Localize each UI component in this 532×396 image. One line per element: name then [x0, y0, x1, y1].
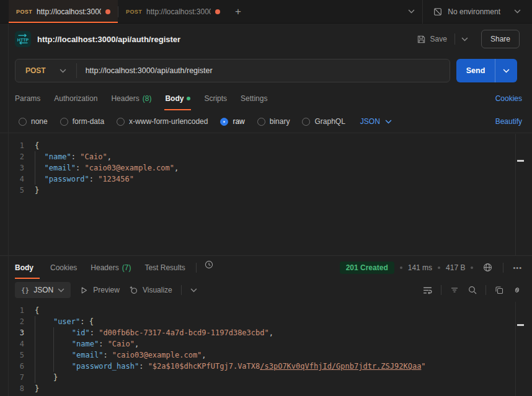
search-icon[interactable] [468, 285, 477, 295]
link-icon[interactable] [512, 285, 522, 295]
radio-binary[interactable]: binary [257, 117, 290, 126]
more-options-button[interactable]: ••• [510, 264, 525, 271]
response-tab-body[interactable]: Body [15, 256, 43, 279]
status-badge[interactable]: 201 Created [340, 262, 394, 274]
radio-form-data[interactable]: form-data [60, 117, 104, 126]
request-body-editor[interactable]: 1{2 "name": "Caio",3 "email": "caio03@ex… [0, 133, 532, 255]
response-history-button[interactable] [200, 256, 218, 273]
response-format-button[interactable]: {} JSON [15, 282, 71, 298]
body-type-row: none form-data x-www-form-urlencoded raw… [0, 110, 532, 133]
tab-method-label: POST [16, 9, 32, 15]
tab-title: http://localhost:3000/a [146, 7, 211, 16]
beautify-link[interactable]: Beautify [495, 117, 522, 126]
line-number: 2 [0, 151, 35, 162]
share-button[interactable]: Share [481, 30, 520, 48]
sparkle-icon [128, 285, 138, 295]
radio-circle [302, 118, 310, 126]
send-options-chevron[interactable] [495, 59, 517, 82]
line-number: 7 [0, 372, 35, 383]
response-header: Body Cookies Headers (7) Test Results 20… [0, 255, 532, 279]
headers-count: (8) [143, 94, 152, 103]
radio-none[interactable]: none [19, 117, 48, 126]
radio-circle [220, 118, 228, 126]
url-box: POST [15, 59, 450, 82]
editor-overview-scrollbar[interactable] [515, 302, 525, 396]
editor-overview-scrollbar[interactable] [515, 134, 525, 255]
line-number: 5 [0, 350, 35, 361]
divider [441, 285, 441, 295]
code-line: 2 "user": { [0, 316, 532, 327]
send-button-group: Send [456, 59, 517, 82]
chevron-down-icon [514, 9, 521, 14]
response-tab-test-results[interactable]: Test Results [138, 256, 192, 279]
save-options-chevron[interactable] [456, 30, 474, 48]
response-meta: 201 Created 141 ms 417 B ••• [340, 256, 525, 279]
new-tab-button[interactable]: + [228, 0, 249, 23]
request-title: http://localhost:3000/api/auth/register [37, 35, 180, 44]
divider [503, 263, 503, 273]
tab-body[interactable]: Body [158, 87, 197, 110]
postman-window: POST http://localhost:3000/a POST http:/… [0, 0, 532, 396]
line-number: 2 [0, 316, 35, 327]
code-line: 5 "email": "caio03@example.com", [0, 350, 532, 361]
radio-raw[interactable]: raw [220, 117, 244, 126]
cookies-link[interactable]: Cookies [495, 94, 522, 103]
dot-separator [471, 266, 473, 269]
tab-scripts[interactable]: Scripts [197, 87, 234, 110]
tab-headers[interactable]: Headers (8) [104, 87, 158, 110]
line-number: 3 [0, 162, 35, 174]
send-button[interactable]: Send [456, 59, 495, 82]
tabbar-right-controls: No environment [402, 0, 532, 23]
line-number: 1 [0, 140, 35, 151]
view-options-chevron[interactable] [190, 288, 197, 293]
visualize-button[interactable]: Visualize [128, 285, 172, 295]
body-format-selector[interactable]: JSON [360, 117, 392, 126]
radio-graphql[interactable]: GraphQL [302, 117, 345, 126]
tab-authorization[interactable]: Authorization [47, 87, 104, 110]
code-line: 4 "password": "123456" [0, 174, 532, 185]
environment-label: No environment [448, 7, 500, 16]
line-number: 1 [0, 305, 35, 316]
request-header: http://localhost:3000/api/auth/register … [0, 24, 532, 55]
response-tab-headers[interactable]: Headers (7) [84, 256, 138, 279]
divider [485, 285, 486, 295]
method-selector[interactable]: POST [16, 59, 76, 82]
response-time[interactable]: 141 ms [408, 263, 432, 272]
clock-history-icon [204, 260, 214, 270]
network-info-button[interactable] [479, 259, 496, 276]
tab-params[interactable]: Params [15, 87, 47, 110]
save-button[interactable]: Save [410, 30, 453, 48]
divider [422, 0, 423, 24]
response-tab-cookies[interactable]: Cookies [43, 256, 84, 279]
divider [454, 33, 455, 45]
request-tab-2[interactable]: POST http://localhost:3000/a [118, 0, 228, 23]
preview-button[interactable]: Preview [79, 286, 120, 295]
line-number: 8 [0, 383, 35, 394]
chevron-down-icon [58, 288, 64, 293]
copy-icon[interactable] [494, 285, 504, 295]
url-input[interactable] [77, 66, 450, 75]
unsaved-changes-dot [105, 9, 110, 14]
line-number: 4 [0, 338, 35, 350]
wrap-text-icon[interactable] [422, 285, 433, 296]
tab-list-chevron-button[interactable] [402, 3, 420, 20]
code-line: 6 "password_hash": "$2a$10$dhcKPfUTgj7.V… [0, 361, 532, 372]
environment-selector[interactable]: No environment [425, 0, 532, 23]
scroll-position-mark [517, 160, 524, 162]
header-actions: Save Share [410, 30, 520, 48]
response-size[interactable]: 417 B [446, 263, 465, 272]
line-number: 5 [0, 185, 35, 196]
line-number: 3 [0, 327, 35, 338]
save-icon [417, 35, 426, 44]
no-environment-icon [433, 7, 443, 17]
divider [196, 263, 197, 273]
code-line: 8} [0, 383, 532, 394]
tab-settings[interactable]: Settings [234, 87, 274, 110]
radio-x-www-form-urlencoded[interactable]: x-www-form-urlencoded [117, 117, 208, 126]
chevron-down-icon [385, 120, 392, 124]
request-tab-1[interactable]: POST http://localhost:3000/a [9, 0, 118, 23]
filter-icon[interactable] [450, 285, 459, 295]
code-line: 4 "name": "Caio", [0, 338, 532, 350]
response-body-viewer[interactable]: 1{2 "user": {3 "id": "d00fb6bc-7317-4a7d… [0, 301, 532, 396]
chevron-down-icon [60, 69, 66, 73]
